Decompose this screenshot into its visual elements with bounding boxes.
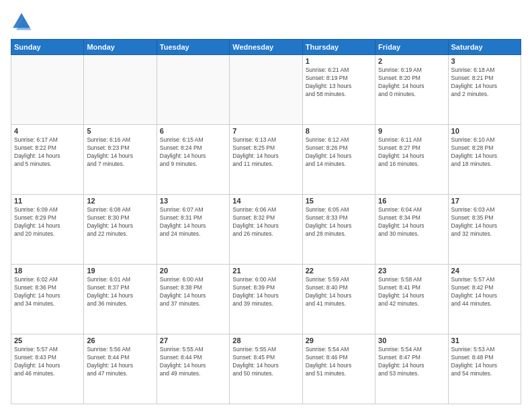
day-number: 19	[87, 267, 153, 275]
calendar-cell	[84, 55, 157, 125]
day-info: Sunrise: 5:55 AM Sunset: 8:45 PM Dayligh…	[232, 346, 299, 378]
calendar-cell: 30Sunrise: 5:54 AM Sunset: 8:47 PM Dayli…	[375, 334, 448, 404]
calendar-week-row: 11Sunrise: 6:09 AM Sunset: 8:29 PM Dayli…	[11, 195, 521, 265]
calendar-cell: 14Sunrise: 6:06 AM Sunset: 8:32 PM Dayli…	[230, 195, 302, 265]
day-info: Sunrise: 5:54 AM Sunset: 8:46 PM Dayligh…	[306, 346, 372, 378]
day-info: Sunrise: 6:00 AM Sunset: 8:39 PM Dayligh…	[232, 276, 299, 308]
weekday-header: Thursday	[302, 40, 375, 55]
weekday-header: Monday	[84, 40, 157, 55]
calendar-table: SundayMondayTuesdayWednesdayThursdayFrid…	[11, 39, 521, 404]
day-number: 5	[87, 127, 153, 135]
page: SundayMondayTuesdayWednesdayThursdayFrid…	[0, 0, 532, 411]
calendar-cell: 17Sunrise: 6:03 AM Sunset: 8:35 PM Dayli…	[448, 195, 521, 265]
calendar-cell: 15Sunrise: 6:05 AM Sunset: 8:33 PM Dayli…	[302, 195, 375, 265]
calendar-cell	[157, 55, 229, 125]
day-number: 27	[160, 336, 226, 345]
day-info: Sunrise: 6:16 AM Sunset: 8:23 PM Dayligh…	[87, 136, 153, 169]
calendar-cell: 31Sunrise: 5:53 AM Sunset: 8:48 PM Dayli…	[448, 334, 521, 404]
day-number: 26	[87, 336, 153, 345]
weekday-header: Sunday	[11, 40, 84, 55]
day-number: 7	[232, 127, 299, 135]
day-info: Sunrise: 5:57 AM Sunset: 8:43 PM Dayligh…	[14, 346, 81, 378]
day-number: 31	[451, 336, 518, 345]
day-number: 9	[378, 127, 445, 135]
day-info: Sunrise: 6:06 AM Sunset: 8:32 PM Dayligh…	[232, 206, 299, 238]
calendar-cell: 2Sunrise: 6:19 AM Sunset: 8:20 PM Daylig…	[375, 55, 448, 125]
day-info: Sunrise: 6:00 AM Sunset: 8:38 PM Dayligh…	[160, 276, 226, 308]
day-info: Sunrise: 6:09 AM Sunset: 8:29 PM Dayligh…	[14, 206, 81, 238]
calendar-cell: 6Sunrise: 6:15 AM Sunset: 8:24 PM Daylig…	[157, 125, 229, 195]
day-info: Sunrise: 6:12 AM Sunset: 8:26 PM Dayligh…	[306, 136, 372, 169]
calendar-cell: 7Sunrise: 6:13 AM Sunset: 8:25 PM Daylig…	[230, 125, 302, 195]
calendar-cell: 27Sunrise: 5:55 AM Sunset: 8:44 PM Dayli…	[157, 334, 229, 404]
day-number: 23	[378, 267, 445, 275]
calendar-cell: 29Sunrise: 5:54 AM Sunset: 8:46 PM Dayli…	[302, 334, 375, 404]
calendar-cell: 13Sunrise: 6:07 AM Sunset: 8:31 PM Dayli…	[157, 195, 229, 265]
day-number: 24	[451, 267, 518, 275]
day-number: 12	[87, 197, 153, 205]
day-info: Sunrise: 6:19 AM Sunset: 8:20 PM Dayligh…	[378, 66, 445, 99]
day-info: Sunrise: 5:56 AM Sunset: 8:44 PM Dayligh…	[87, 346, 153, 378]
calendar-cell: 11Sunrise: 6:09 AM Sunset: 8:29 PM Dayli…	[11, 195, 84, 265]
day-info: Sunrise: 6:07 AM Sunset: 8:31 PM Dayligh…	[160, 206, 226, 238]
calendar-cell: 21Sunrise: 6:00 AM Sunset: 8:39 PM Dayli…	[230, 265, 302, 334]
calendar-cell	[230, 55, 302, 125]
calendar-cell: 12Sunrise: 6:08 AM Sunset: 8:30 PM Dayli…	[84, 195, 157, 265]
day-info: Sunrise: 5:54 AM Sunset: 8:47 PM Dayligh…	[378, 346, 445, 378]
day-info: Sunrise: 6:04 AM Sunset: 8:34 PM Dayligh…	[378, 206, 445, 238]
day-number: 10	[451, 127, 518, 135]
day-info: Sunrise: 5:59 AM Sunset: 8:40 PM Dayligh…	[306, 276, 372, 308]
day-info: Sunrise: 6:01 AM Sunset: 8:37 PM Dayligh…	[87, 276, 153, 308]
day-info: Sunrise: 5:55 AM Sunset: 8:44 PM Dayligh…	[160, 346, 226, 378]
day-number: 2	[378, 57, 445, 65]
day-info: Sunrise: 6:15 AM Sunset: 8:24 PM Dayligh…	[160, 136, 226, 169]
calendar-week-row: 18Sunrise: 6:02 AM Sunset: 8:36 PM Dayli…	[11, 265, 521, 334]
day-number: 14	[232, 197, 299, 205]
calendar-cell: 28Sunrise: 5:55 AM Sunset: 8:45 PM Dayli…	[230, 334, 302, 404]
day-number: 3	[451, 57, 518, 65]
day-info: Sunrise: 5:57 AM Sunset: 8:42 PM Dayligh…	[451, 276, 518, 308]
calendar-cell: 23Sunrise: 5:58 AM Sunset: 8:41 PM Dayli…	[375, 265, 448, 334]
logo-icon	[11, 11, 32, 32]
calendar-cell: 26Sunrise: 5:56 AM Sunset: 8:44 PM Dayli…	[84, 334, 157, 404]
day-info: Sunrise: 6:11 AM Sunset: 8:27 PM Dayligh…	[378, 136, 445, 169]
day-info: Sunrise: 5:58 AM Sunset: 8:41 PM Dayligh…	[378, 276, 445, 308]
calendar-week-row: 25Sunrise: 5:57 AM Sunset: 8:43 PM Dayli…	[11, 334, 521, 404]
day-info: Sunrise: 6:02 AM Sunset: 8:36 PM Dayligh…	[14, 276, 81, 308]
day-number: 8	[306, 127, 372, 135]
calendar-cell: 1Sunrise: 6:21 AM Sunset: 8:19 PM Daylig…	[302, 55, 375, 125]
day-info: Sunrise: 6:21 AM Sunset: 8:19 PM Dayligh…	[306, 66, 372, 99]
weekday-header: Tuesday	[157, 40, 229, 55]
calendar-cell: 24Sunrise: 5:57 AM Sunset: 8:42 PM Dayli…	[448, 265, 521, 334]
day-info: Sunrise: 6:08 AM Sunset: 8:30 PM Dayligh…	[87, 206, 153, 238]
calendar-cell: 20Sunrise: 6:00 AM Sunset: 8:38 PM Dayli…	[157, 265, 229, 334]
calendar-week-row: 1Sunrise: 6:21 AM Sunset: 8:19 PM Daylig…	[11, 55, 521, 125]
weekday-header: Wednesday	[230, 40, 302, 55]
day-number: 15	[306, 197, 372, 205]
day-number: 1	[306, 57, 372, 65]
day-info: Sunrise: 6:03 AM Sunset: 8:35 PM Dayligh…	[451, 206, 518, 238]
calendar-cell: 19Sunrise: 6:01 AM Sunset: 8:37 PM Dayli…	[84, 265, 157, 334]
day-info: Sunrise: 6:13 AM Sunset: 8:25 PM Dayligh…	[232, 136, 299, 169]
calendar-cell: 4Sunrise: 6:17 AM Sunset: 8:22 PM Daylig…	[11, 125, 84, 195]
calendar-cell: 3Sunrise: 6:18 AM Sunset: 8:21 PM Daylig…	[448, 55, 521, 125]
day-number: 6	[160, 127, 226, 135]
day-info: Sunrise: 6:10 AM Sunset: 8:28 PM Dayligh…	[451, 136, 518, 169]
day-number: 11	[14, 197, 81, 205]
calendar-cell: 18Sunrise: 6:02 AM Sunset: 8:36 PM Dayli…	[11, 265, 84, 334]
day-info: Sunrise: 5:53 AM Sunset: 8:48 PM Dayligh…	[451, 346, 518, 378]
day-number: 20	[160, 267, 226, 275]
day-number: 25	[14, 336, 81, 345]
calendar-week-row: 4Sunrise: 6:17 AM Sunset: 8:22 PM Daylig…	[11, 125, 521, 195]
day-number: 17	[451, 197, 518, 205]
calendar-cell: 9Sunrise: 6:11 AM Sunset: 8:27 PM Daylig…	[375, 125, 448, 195]
calendar-header-row: SundayMondayTuesdayWednesdayThursdayFrid…	[11, 40, 521, 55]
day-info: Sunrise: 6:18 AM Sunset: 8:21 PM Dayligh…	[451, 66, 518, 99]
calendar-cell: 10Sunrise: 6:10 AM Sunset: 8:28 PM Dayli…	[448, 125, 521, 195]
day-number: 21	[232, 267, 299, 275]
day-number: 13	[160, 197, 226, 205]
day-number: 18	[14, 267, 81, 275]
calendar-cell	[11, 55, 84, 125]
day-number: 16	[378, 197, 445, 205]
weekday-header: Saturday	[448, 40, 521, 55]
